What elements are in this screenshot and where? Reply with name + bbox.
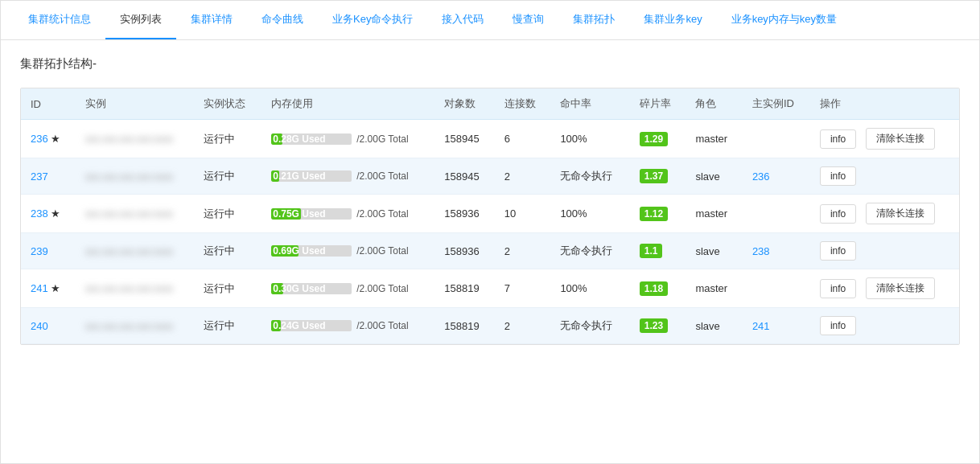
- ops-cell: info: [820, 166, 949, 186]
- tab-业务key内存与key数量[interactable]: 业务key内存与key数量: [717, 1, 851, 39]
- cell-role: slave: [686, 308, 742, 344]
- cell-operations: info清除长连接: [810, 195, 959, 233]
- info-button[interactable]: info: [820, 316, 856, 335]
- table-row: 238 ★xxx.xxx.xxx.xxx:xxxx运行中 0.75G Used …: [21, 195, 959, 233]
- frag-badge: 1.18: [640, 281, 668, 296]
- cell-objects: 158819: [434, 308, 495, 344]
- page-title: 集群拓扑结构-: [20, 56, 960, 72]
- memory-bar-outer: 0.21G Used: [271, 170, 352, 182]
- cell-id: 237: [21, 158, 76, 195]
- memory-used-label: 0.30G Used: [273, 283, 325, 294]
- status-text: 运行中: [204, 282, 235, 294]
- tab-集群拓扑[interactable]: 集群拓扑: [558, 1, 629, 39]
- cell-frag: 1.37: [630, 158, 686, 195]
- ops-cell: info清除长连接: [820, 128, 949, 150]
- cell-role: master: [686, 269, 742, 308]
- cell-connections: 2: [495, 158, 551, 195]
- info-button[interactable]: info: [820, 166, 856, 186]
- cell-status: 运行中: [194, 308, 261, 344]
- table-row: 239xxx.xxx.xxx.xxx:xxxx运行中 0.69G Used /2…: [21, 233, 959, 269]
- cell-objects: 158945: [434, 158, 495, 195]
- tab-集群统计信息[interactable]: 集群统计信息: [14, 1, 105, 39]
- tab-bar: 集群统计信息实例列表集群详情命令曲线业务Key命令执行接入代码慢查询集群拓扑集群…: [1, 1, 979, 40]
- cell-instance: xxx.xxx.xxx.xxx:xxxx: [76, 233, 194, 269]
- info-button[interactable]: info: [820, 241, 856, 261]
- memory-bar-container: 0.75G Used /2.00G Total: [271, 208, 425, 220]
- master-id-link[interactable]: 238: [752, 245, 770, 257]
- info-button[interactable]: info: [820, 129, 856, 149]
- master-id-link[interactable]: 236: [752, 170, 770, 183]
- memory-total-label: /2.00G Total: [356, 208, 409, 220]
- cell-instance: xxx.xxx.xxx.xxx:xxxx: [76, 195, 194, 233]
- cell-frag: 1.12: [630, 195, 686, 233]
- clear-long-conn-button[interactable]: 清除长连接: [866, 128, 935, 150]
- cell-frag: 1.23: [630, 308, 686, 344]
- col-header-角色: 角色: [686, 88, 742, 120]
- col-header-实例: 实例: [76, 88, 194, 120]
- cell-master-id: [743, 195, 810, 233]
- cell-hit-rate: 100%: [550, 195, 629, 233]
- cell-frag: 1.18: [630, 269, 686, 308]
- cell-master-id: 241: [743, 308, 810, 344]
- memory-total-label: /2.00G Total: [356, 170, 409, 182]
- ops-cell: info清除长连接: [820, 203, 949, 224]
- cell-connections: 2: [495, 308, 551, 344]
- col-header-对象数: 对象数: [434, 88, 495, 120]
- tab-实例列表[interactable]: 实例列表: [105, 1, 176, 39]
- cell-hit-rate: 无命令执行: [550, 233, 629, 269]
- tab-集群业务key[interactable]: 集群业务key: [629, 1, 716, 39]
- instance-address: xxx.xxx.xxx.xxx:xxxx: [85, 171, 173, 183]
- cell-status: 运行中: [194, 120, 261, 158]
- col-header-命中率: 命中率: [550, 88, 629, 120]
- tab-接入代码[interactable]: 接入代码: [427, 1, 498, 39]
- info-button[interactable]: info: [820, 279, 856, 298]
- table-row: 241 ★xxx.xxx.xxx.xxx:xxxx运行中 0.30G Used …: [21, 269, 959, 308]
- cell-frag: 1.29: [630, 120, 686, 158]
- main-container: 集群统计信息实例列表集群详情命令曲线业务Key命令执行接入代码慢查询集群拓扑集群…: [0, 0, 980, 464]
- memory-bar-outer: 0.69G Used: [271, 245, 352, 257]
- instance-address: xxx.xxx.xxx.xxx:xxxx: [85, 133, 173, 145]
- instance-id-link[interactable]: 239: [31, 245, 48, 257]
- frag-badge: 1.37: [640, 169, 668, 183]
- memory-bar-container: 0.69G Used /2.00G Total: [271, 245, 425, 257]
- memory-bar-outer: 0.30G Used: [271, 283, 352, 294]
- tab-集群详情[interactable]: 集群详情: [176, 1, 247, 39]
- cell-objects: 158936: [434, 233, 495, 269]
- cell-id: 236 ★: [21, 120, 76, 158]
- cell-master-id: [743, 120, 810, 158]
- cell-role: master: [686, 195, 742, 233]
- instance-id-link[interactable]: 241: [31, 282, 48, 294]
- tab-业务Key命令执行[interactable]: 业务Key命令执行: [318, 1, 427, 39]
- cell-role: slave: [686, 233, 742, 269]
- instance-address: xxx.xxx.xxx.xxx:xxxx: [85, 208, 173, 220]
- tab-慢查询[interactable]: 慢查询: [498, 1, 558, 39]
- table-row: 237xxx.xxx.xxx.xxx:xxxx运行中 0.21G Used /2…: [21, 158, 959, 195]
- table-row: 240xxx.xxx.xxx.xxx:xxxx运行中 0.24G Used /2…: [21, 308, 959, 344]
- status-text: 运行中: [204, 133, 235, 145]
- instance-id-link[interactable]: 236: [31, 133, 48, 145]
- instance-id-link[interactable]: 238: [31, 207, 48, 220]
- tab-命令曲线[interactable]: 命令曲线: [247, 1, 318, 39]
- master-id-link[interactable]: 241: [752, 320, 770, 332]
- status-text: 运行中: [204, 319, 235, 331]
- instance-table-wrapper: ID实例实例状态内存使用对象数连接数命中率碎片率角色主实例ID操作 236 ★x…: [20, 88, 960, 345]
- instance-id-link[interactable]: 240: [31, 320, 48, 332]
- cell-role: slave: [686, 158, 742, 195]
- memory-used-label: 0.75G Used: [273, 208, 325, 220]
- memory-bar-outer: 0.24G Used: [271, 320, 352, 331]
- col-header-实例状态: 实例状态: [194, 88, 261, 120]
- instance-id-link[interactable]: 237: [31, 170, 48, 183]
- clear-long-conn-button[interactable]: 清除长连接: [866, 277, 935, 299]
- cell-master-id: 236: [743, 158, 810, 195]
- cell-role: master: [686, 120, 742, 158]
- cell-status: 运行中: [194, 269, 261, 308]
- clear-long-conn-button[interactable]: 清除长连接: [866, 203, 935, 224]
- cell-id: 239: [21, 233, 76, 269]
- cell-memory: 0.75G Used /2.00G Total: [261, 195, 434, 233]
- ops-cell: info: [820, 241, 949, 261]
- col-header-ID: ID: [21, 88, 76, 120]
- instance-address: xxx.xxx.xxx.xxx:xxxx: [85, 321, 173, 332]
- col-header-主实例ID: 主实例ID: [743, 88, 810, 120]
- info-button[interactable]: info: [820, 204, 856, 224]
- memory-total-label: /2.00G Total: [356, 320, 409, 331]
